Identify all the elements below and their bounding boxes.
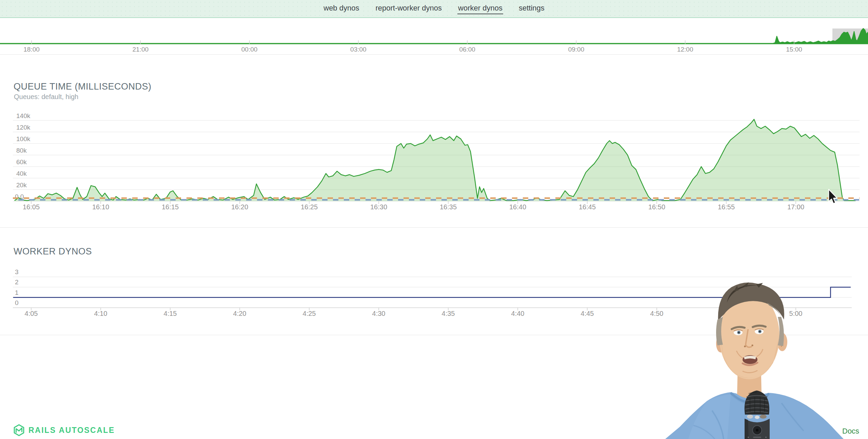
queue-y-label: 80k xyxy=(16,147,27,154)
queue-x-label: 16:10 xyxy=(92,203,109,211)
worker-x-label: 4:15 xyxy=(164,310,177,317)
worker-x-label: 5:00 xyxy=(789,310,803,317)
queue-y-label: 20k xyxy=(16,182,27,189)
section-divider xyxy=(0,335,868,335)
tab-settings[interactable]: settings xyxy=(518,3,545,14)
queue-x-label: 16:40 xyxy=(509,203,526,211)
worker-x-label: 4:50 xyxy=(650,310,664,317)
brand-name: RAILS AUTOSCALE xyxy=(28,426,115,435)
worker-x-label: 4:30 xyxy=(372,310,386,317)
worker-x-label: 4:55 xyxy=(720,310,733,317)
timeline-tick-label: 06:00 xyxy=(459,46,475,53)
timeline-tick-label: 09:00 xyxy=(568,46,585,53)
queue-x-label: 16:50 xyxy=(648,203,665,211)
queue-time-chart: 20k40k60k80k100k120k140k0.016:0516:1016:… xyxy=(0,112,868,218)
queue-x-label: 16:45 xyxy=(579,203,596,211)
worker-x-label: 4:10 xyxy=(94,310,107,317)
worker-dynos-chart: 32104:054:104:154:204:254:304:354:404:45… xyxy=(0,268,868,326)
section-divider xyxy=(0,227,868,228)
worker-y-label: 0 xyxy=(15,299,19,306)
app-screen: web dynos report-worker dynos worker dyn… xyxy=(0,0,868,439)
timeline-tick-label: 15:00 xyxy=(786,46,802,53)
timeline-tick-label: 00:00 xyxy=(241,46,258,53)
tab-worker-dynos[interactable]: worker dynos xyxy=(457,3,503,14)
section-divider xyxy=(0,54,868,55)
queue-x-label: 16:55 xyxy=(718,203,735,211)
tab-web-dynos[interactable]: web dynos xyxy=(323,3,360,14)
queue-y-label: 60k xyxy=(16,158,27,166)
hexagon-m-logo-icon xyxy=(13,424,25,436)
timeline-overview: 18:0021:0000:0003:0006:0009:0012:0015:00 xyxy=(0,18,868,54)
tab-report-worker-dynos[interactable]: report-worker dynos xyxy=(375,3,442,14)
queue-x-label: 17:00 xyxy=(787,203,804,211)
queue-x-label: 16:15 xyxy=(162,203,179,211)
queue-y-label: 100k xyxy=(16,135,31,142)
queue-y-label: 120k xyxy=(16,124,31,131)
queue-x-label: 16:35 xyxy=(440,203,457,211)
worker-x-label: 4:05 xyxy=(25,310,38,317)
top-navbar: web dynos report-worker dynos worker dyn… xyxy=(0,0,868,18)
timeline-chart: 18:0021:0000:0003:0006:0009:0012:0015:00 xyxy=(0,18,868,54)
worker-x-label: 4:40 xyxy=(511,310,525,317)
worker-x-label: 4:35 xyxy=(442,310,455,317)
queue-x-label: 16:20 xyxy=(231,203,248,211)
queue-x-label: 16:05 xyxy=(23,203,40,211)
timeline-tick-label: 03:00 xyxy=(350,46,367,53)
queue-y-label: 140k xyxy=(16,112,31,119)
queue-series-area xyxy=(15,119,856,201)
worker-chart-title: WORKER DYNOS xyxy=(14,246,92,257)
queue-y-label: 40k xyxy=(16,170,27,177)
timeline-tick-label: 21:00 xyxy=(133,46,149,53)
queue-chart-title: QUEUE TIME (MILLISECONDS) xyxy=(14,81,152,92)
docs-link[interactable]: Docs xyxy=(842,427,859,436)
timeline-tick-label: 18:00 xyxy=(23,46,40,53)
queue-x-label: 16:25 xyxy=(301,203,318,211)
rails-autoscale-logo[interactable]: RAILS AUTOSCALE xyxy=(13,424,115,436)
timeline-tick-label: 12:00 xyxy=(677,46,693,53)
timeline-series xyxy=(0,28,868,44)
worker-dynos-step-line xyxy=(13,287,851,297)
queue-x-label: 16:30 xyxy=(370,203,387,211)
worker-x-label: 4:45 xyxy=(581,310,594,317)
worker-x-label: 4:25 xyxy=(303,310,316,317)
worker-y-label: 3 xyxy=(15,268,19,275)
queue-chart-subtitle: Queues: default, high xyxy=(14,93,78,101)
worker-y-label: 1 xyxy=(15,289,19,296)
worker-y-label: 2 xyxy=(15,279,19,286)
worker-x-label: 4:20 xyxy=(233,310,246,317)
